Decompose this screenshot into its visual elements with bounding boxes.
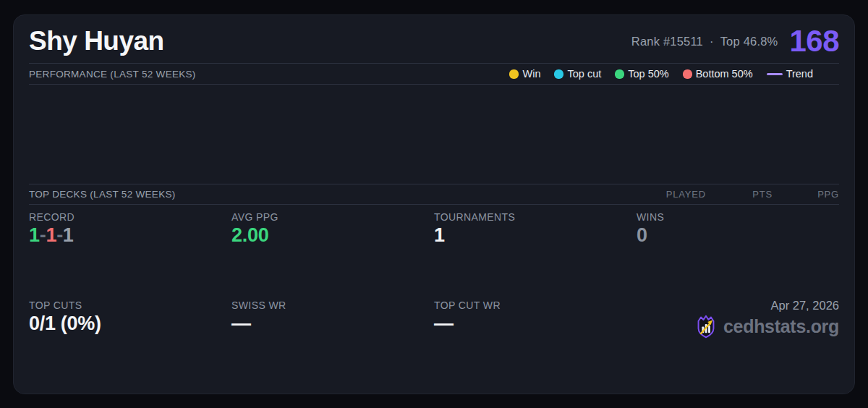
top-percent-text: Top 46.8%	[720, 35, 778, 48]
legend-item-bottom-50: Bottom 50%	[683, 68, 753, 80]
top-decks-header-row: TOP DECKS (LAST 52 WEEKS) PLAYED PTS PPG	[29, 184, 839, 204]
legend-item-top-cut: Top cut	[554, 68, 601, 80]
top-50-dot-icon	[615, 69, 624, 79]
wins-value: 0	[637, 224, 839, 247]
record-value: 1-1-1	[29, 224, 231, 247]
top-cuts-value: 0/1 (0%)	[29, 313, 231, 335]
date-text: Apr 27, 2026	[771, 298, 840, 313]
stat-swiss-wr: SWISS WR —	[231, 299, 434, 388]
legend-label: Win	[522, 68, 540, 80]
header-right: Rank #15511 · Top 46.8% 168	[631, 26, 839, 56]
swiss-wr-value: —	[231, 313, 434, 335]
card-footer: Apr 27, 2026 cedhstats.org	[637, 299, 839, 388]
stats-grid: RECORD 1-1-1 AVG PPG 2.00 TOURNAMENTS 1 …	[29, 205, 839, 394]
record-losses: 1	[46, 224, 56, 246]
stat-label: WINS	[637, 211, 839, 224]
record-wins: 1	[29, 224, 40, 246]
stat-avg-ppg: AVG PPG 2.00	[231, 211, 434, 299]
rank-separator: ·	[710, 35, 714, 48]
stat-label: RECORD	[29, 211, 231, 224]
brand-text: cedhstats.org	[723, 316, 839, 337]
trend-line-icon	[767, 73, 783, 75]
stat-top-cut-wr: TOP CUT WR —	[434, 299, 637, 388]
performance-chart-area	[29, 85, 839, 184]
top-decks-columns: PLAYED PTS PPG	[633, 189, 839, 200]
legend-label: Bottom 50%	[696, 68, 753, 80]
legend-label: Trend	[786, 68, 813, 80]
card-header: Shy Huyan Rank #15511 · Top 46.8% 168	[29, 15, 839, 63]
record-dash: -	[56, 224, 63, 246]
chart-legend: Win Top cut Top 50% Bottom 50% Trend	[509, 68, 839, 80]
cedhstats-shield-logo-icon	[695, 315, 717, 339]
top-cut-wr-value: —	[434, 313, 637, 335]
tournaments-value: 1	[434, 224, 637, 247]
top-cut-dot-icon	[554, 69, 563, 79]
performance-header-row: PERFORMANCE (LAST 52 WEEKS) Win Top cut …	[29, 64, 839, 84]
legend-item-top-50: Top 50%	[615, 68, 668, 80]
column-header-played: PLAYED	[666, 189, 706, 200]
legend-label: Top 50%	[628, 68, 668, 80]
page-background: Shy Huyan Rank #15511 · Top 46.8% 168 PE…	[0, 0, 868, 408]
avg-ppg-value: 2.00	[231, 224, 434, 247]
legend-item-win: Win	[509, 68, 540, 80]
win-dot-icon	[509, 69, 519, 79]
player-name: Shy Huyan	[29, 26, 164, 56]
stat-label: TOP CUT WR	[434, 299, 637, 312]
stat-top-cuts: TOP CUTS 0/1 (0%)	[29, 299, 231, 388]
column-header-pts: PTS	[739, 189, 773, 200]
record-draws: 1	[63, 224, 74, 246]
bottom-50-dot-icon	[683, 69, 692, 79]
stat-label: AVG PPG	[231, 211, 434, 224]
player-stats-card: Shy Huyan Rank #15511 · Top 46.8% 168 PE…	[13, 14, 855, 394]
stat-label: SWISS WR	[231, 299, 434, 312]
legend-label: Top cut	[567, 68, 601, 80]
rank-line: Rank #15511 · Top 46.8%	[631, 35, 778, 48]
top-decks-section-title: TOP DECKS (LAST 52 WEEKS)	[29, 189, 176, 200]
brand-link[interactable]: cedhstats.org	[695, 315, 839, 339]
stat-record: RECORD 1-1-1	[29, 211, 231, 299]
performance-section-title: PERFORMANCE (LAST 52 WEEKS)	[29, 69, 196, 80]
rank-text: Rank #15511	[631, 35, 703, 48]
stat-wins: WINS 0	[637, 211, 839, 299]
points-value: 168	[789, 26, 839, 56]
stat-label: TOURNAMENTS	[434, 211, 637, 224]
stat-tournaments: TOURNAMENTS 1	[434, 211, 637, 299]
stat-label: TOP CUTS	[29, 299, 231, 312]
column-header-ppg: PPG	[806, 189, 839, 200]
legend-item-trend: Trend	[767, 68, 813, 80]
